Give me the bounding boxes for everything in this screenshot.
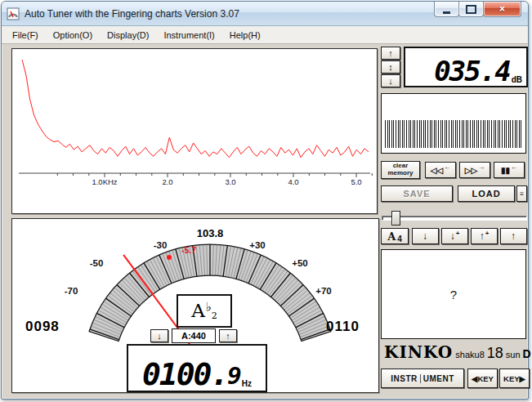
instrument-label-1: INSTR (391, 374, 418, 383)
up-arrow-icon: ↑ (511, 230, 516, 242)
up-arrow-icon: ↑ (226, 331, 230, 341)
target-frequency-value: 103.8 (197, 227, 224, 239)
deviation-value: -5.7 (181, 245, 196, 255)
menu-item-instrument[interactable]: Instrument(I) (156, 28, 221, 42)
x-tick-label: 5.0 (351, 177, 361, 186)
brand-length: 18 (487, 345, 503, 362)
right-panel: ↑ ↕ ↓ 035.4 dB clear memory ◁◁← ▷▷→ ▮▮← … (381, 47, 528, 390)
pitch-down-button[interactable]: ↓ (412, 228, 439, 244)
forward-icon: ▷▷ (465, 166, 477, 175)
save-button[interactable]: SAVE (381, 185, 453, 202)
range-high-value: 0110 (326, 319, 360, 335)
maximize-button[interactable] (458, 2, 484, 17)
scale-label: -50 (90, 258, 104, 268)
client-area: 1.0KHz2.03.04.05.0 -30+30-50+50-70+70 10… (2, 42, 528, 399)
save-label: SAVE (403, 189, 430, 199)
app-icon (7, 7, 20, 20)
frequency-main: 0100. (142, 360, 227, 388)
pause-icon: ▮▮ (501, 166, 510, 175)
minimize-button[interactable] (434, 2, 459, 17)
spectrum-chart: 1.0KHz2.03.04.05.0 (12, 49, 375, 212)
x-tick-label: 2.0 (162, 177, 172, 186)
menu-bar: File(F) Option(O) Display(D) Instrument(… (2, 26, 528, 44)
fingering-chart-display: ? (381, 249, 526, 339)
back-arrow-icon: ← (444, 163, 450, 171)
plus-mark: + (456, 230, 460, 237)
close-icon: × (499, 4, 505, 14)
menu-item-display[interactable]: Display(D) (100, 28, 156, 42)
maximize-icon (466, 5, 476, 14)
deviation-dot-icon (167, 255, 172, 260)
pitch-up-fine-button[interactable]: ↑+ (471, 228, 498, 244)
brand-unit: sun (506, 350, 521, 360)
instrument-info: KINKO shaku8 18 sun D (384, 342, 531, 364)
plus-mark: + (485, 230, 490, 237)
a4-label: A (387, 230, 396, 243)
pitch-ref-up-button[interactable]: ↑ (219, 329, 237, 342)
key-next-button[interactable]: KEY▶ (499, 368, 530, 388)
key-prev-label: ◀KEY (472, 374, 494, 383)
note-display: A♭2 (177, 294, 232, 328)
scale-label: -30 (154, 240, 168, 250)
rewind-button[interactable]: ◁◁← (425, 162, 456, 178)
menu-item-option[interactable]: Option(O) (46, 28, 100, 42)
down-arrow-icon: ↓ (157, 331, 162, 341)
clear-memory-button[interactable]: clear memory (381, 161, 420, 179)
range-low-value: 0098 (25, 319, 60, 335)
brand-type: shaku8 (455, 350, 484, 360)
a4-octave: 4 (397, 234, 402, 243)
pitch-up-button[interactable]: ↑ (500, 228, 527, 244)
down-arrow-icon: ↓ (422, 230, 427, 242)
up-down-arrow-icon: ↕ (388, 62, 393, 72)
frequency-decimal: 9 (227, 365, 239, 388)
menu-item-file[interactable]: File(F) (5, 28, 46, 42)
rewind-icon: ◁◁ (431, 166, 443, 175)
note-letter: A (191, 302, 205, 320)
instrument-button[interactable]: INSTR UMENT (381, 368, 464, 388)
forward-arrow-icon: → (478, 163, 485, 171)
pitch-ref-value: A:440 (172, 328, 216, 343)
x-tick-label: 4.0 (288, 177, 298, 186)
list-button[interactable]: ≡ (516, 185, 527, 202)
waveform-display (381, 93, 526, 154)
forward-button[interactable]: ▷▷→ (459, 162, 490, 178)
app-window: Auto Tuner with the Fingering charts Ver… (1, 1, 529, 400)
close-button[interactable]: × (483, 2, 521, 17)
list-icon: ≡ (520, 190, 524, 198)
a4-button[interactable]: A4 (381, 228, 409, 244)
spectrum-panel: 1.0KHz2.03.04.05.0 (11, 48, 378, 214)
level-display: 035.4 dB (404, 47, 528, 87)
slider-thumb[interactable] (391, 211, 400, 226)
nudge-updown-button[interactable]: ↕ (381, 60, 400, 74)
window-title: Auto Tuner with the Fingering charts Ver… (25, 8, 239, 20)
load-label: LOAD (472, 189, 500, 199)
up-arrow-icon: ↑ (480, 230, 485, 242)
clear-label-2: memory (387, 170, 413, 177)
back-arrow-icon: ← (511, 163, 517, 171)
waveform-bars (385, 120, 522, 148)
level-value: 035.4 (434, 58, 509, 84)
brand-key: D (523, 347, 531, 360)
level-slider[interactable] (381, 210, 528, 225)
instrument-label-2: UMENT (420, 374, 454, 383)
x-tick-label: 3.0 (225, 177, 235, 186)
scale-label: +50 (292, 258, 308, 268)
key-next-label: KEY▶ (503, 374, 525, 383)
frequency-display: 0100.9Hz (127, 344, 267, 392)
key-prev-button[interactable]: ◀KEY (467, 368, 498, 388)
nudge-down-button[interactable]: ↓ (381, 74, 400, 87)
pitch-down-fine-button[interactable]: ↓+ (441, 228, 468, 244)
nudge-up-button[interactable]: ↑ (381, 47, 400, 60)
menu-item-help[interactable]: Help(H) (222, 28, 268, 42)
pitch-ref-down-button[interactable]: ↓ (150, 329, 168, 342)
slider-track[interactable] (382, 216, 527, 221)
fingering-placeholder: ? (450, 288, 457, 302)
load-button[interactable]: LOAD (458, 185, 515, 202)
scale-label: +30 (249, 240, 266, 250)
pitch-reference-row: ↓ A:440 ↑ (150, 328, 237, 343)
spectrum-trace (22, 60, 369, 158)
pause-button[interactable]: ▮▮← (494, 162, 525, 178)
tuner-meter-panel: -30+30-50+50-70+70 103.8 -5.7 0098 0110 … (11, 218, 379, 393)
frequency-unit: Hz (242, 379, 252, 388)
title-bar[interactable]: Auto Tuner with the Fingering charts Ver… (2, 2, 528, 26)
